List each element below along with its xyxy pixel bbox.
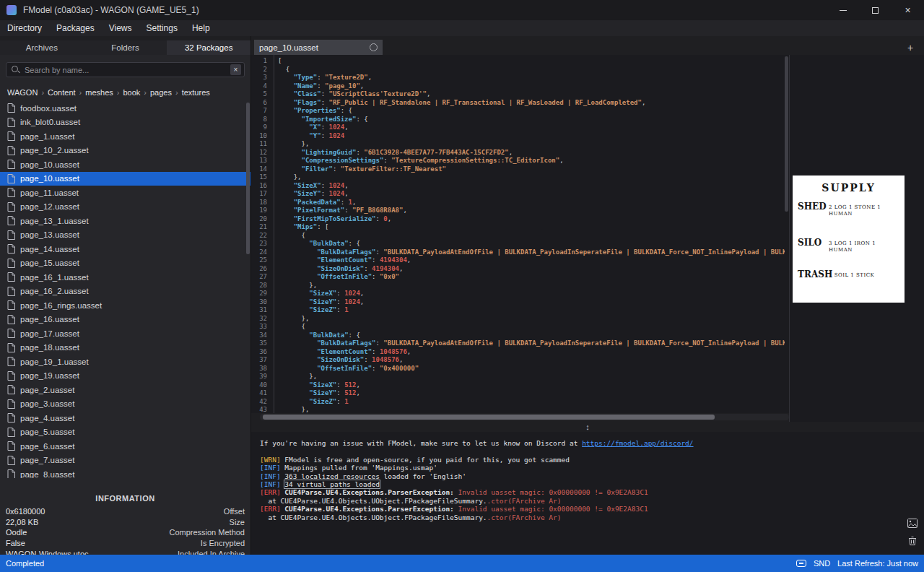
file-list-item[interactable]: page_17.uasset — [0, 326, 250, 341]
breadcrumb-separator: › — [79, 88, 82, 97]
log-text: at CUE4Parse.UE4.Objects.UObject.FPackag… — [260, 514, 487, 521]
file-list-item[interactable]: page_12.uasset — [0, 200, 250, 214]
minimize-button[interactable] — [827, 0, 859, 20]
scrollbar-thumb[interactable] — [785, 56, 788, 212]
file-icon — [7, 146, 15, 155]
file-list-item[interactable]: page_16_rings.uasset — [0, 298, 250, 313]
sidebar-tab-folders[interactable]: Folders — [84, 40, 167, 55]
file-list-item[interactable]: page_19.uasset — [0, 369, 250, 384]
file-list-item[interactable]: page_5.uasset — [0, 425, 250, 440]
file-list-item[interactable]: page_8.uasset — [0, 467, 250, 478]
file-list-item[interactable]: page_15.uasset — [0, 256, 250, 271]
file-list-item[interactable]: page_10_2.uasset — [0, 144, 250, 158]
gutter-separator — [274, 55, 274, 413]
breadcrumb-segment[interactable]: textures — [182, 88, 210, 97]
breadcrumb-segment[interactable]: Content — [48, 88, 76, 97]
breadcrumb-segment[interactable]: pages — [150, 88, 172, 97]
file-name: page_10_2.uasset — [20, 146, 89, 155]
file-name: ink_blot0.uasset — [20, 118, 80, 126]
file-name: page_10.uasset — [20, 160, 79, 169]
file-icon — [7, 244, 15, 254]
info-value: 0x6180000 — [6, 507, 45, 516]
file-list-item[interactable]: page_11.uasset — [0, 186, 250, 200]
code-vertical-scrollbar[interactable] — [785, 56, 788, 412]
sidebar-tab-archives[interactable]: Archives — [0, 40, 84, 55]
log-splitter[interactable]: ↕ — [251, 422, 924, 432]
log-line: [WRN] FModel is free and open-source, if… — [260, 456, 924, 464]
breadcrumb: WAGON›Content›meshes›book›pages›textures — [7, 87, 210, 98]
search-input[interactable] — [25, 66, 230, 74]
scrollbar-thumb[interactable] — [246, 103, 250, 254]
file-name: page_3.uasset — [20, 399, 74, 408]
file-list-item[interactable]: page_19_1.uasset — [0, 355, 250, 369]
menu-item-directory[interactable]: Directory — [0, 20, 49, 36]
file-name: page_19_1.uasset — [20, 358, 89, 366]
code-line: }, — [278, 315, 785, 324]
breadcrumb-segment[interactable]: book — [123, 88, 140, 97]
file-list-item[interactable]: page_2.uasset — [0, 383, 250, 397]
file-list-scrollbar[interactable] — [246, 101, 250, 478]
image-icon — [907, 519, 918, 528]
log-line: [ERR] CUE4Parse.UE4.Exceptions.ParserExc… — [260, 488, 924, 496]
file-list-item[interactable]: page_16.uasset — [0, 313, 250, 327]
file-list-item[interactable]: page_3.uasset — [0, 397, 250, 412]
save-image-button[interactable] — [907, 517, 918, 529]
search-box[interactable]: × — [6, 62, 245, 77]
log-link[interactable]: https://fmodel.app/discord/ — [582, 439, 693, 447]
line-number: 10 — [251, 132, 267, 141]
code-line: "SizeX": 1024, — [278, 290, 785, 298]
code-editor[interactable]: 1234567891011121314151617181920212223242… — [251, 55, 789, 413]
log-text: 34 virtual paths loaded — [284, 480, 380, 488]
file-list-item[interactable]: page_13_1.uasset — [0, 214, 250, 228]
code-line: }, — [278, 140, 785, 149]
breadcrumb-segment[interactable]: WAGON — [7, 88, 38, 97]
new-tab-button[interactable]: + — [904, 40, 917, 55]
clear-log-button[interactable] — [907, 535, 918, 547]
code-line: "SizeOnDisk": 1048576, — [278, 356, 785, 365]
file-list-item[interactable]: page_1.uasset — [0, 129, 250, 144]
file-list-item[interactable]: foodbox.uasset — [0, 101, 250, 116]
window-title: FModel (c0a03ac) - WAGON (GAME_UE5_1) — [23, 5, 199, 15]
file-list-item[interactable]: page_18.uasset — [0, 341, 250, 355]
file-list: foodbox.uassetink_blot0.uassetpage_1.uas… — [0, 101, 250, 478]
code-line: "BulkDataFlags": "BULKDATA_PayloadAtEndO… — [278, 339, 785, 348]
scrollbar-thumb[interactable] — [263, 415, 715, 420]
menu-item-packages[interactable]: Packages — [49, 20, 102, 36]
file-list-item[interactable]: page_16_1.uasset — [0, 270, 250, 285]
tab-close-icon[interactable] — [370, 43, 378, 51]
file-list-item[interactable]: page_10.uasset — [0, 172, 250, 186]
file-name: page_18.uasset — [20, 343, 79, 352]
file-list-item[interactable]: page_4.uasset — [0, 411, 250, 425]
line-number: 37 — [251, 356, 267, 365]
line-number: 3 — [251, 74, 267, 82]
snd-icon[interactable] — [796, 560, 806, 567]
line-number-gutter: 1234567891011121314151617181920212223242… — [251, 57, 270, 413]
clear-search-button[interactable]: × — [230, 64, 241, 75]
texture-preview[interactable]: SUPPLY SHED2 LOG 1 STONE 1 HUMANSILO3 LO… — [793, 176, 905, 303]
menu-item-views[interactable]: Views — [102, 20, 139, 36]
code-line: "Flags": "RF_Public | RF_Standalone | RF… — [278, 99, 785, 108]
window-controls: × — [827, 0, 924, 20]
log-text: at CUE4Parse.UE4.Objects.UObject.FPackag… — [260, 497, 487, 505]
document-tab[interactable]: page_10.uasset — [254, 40, 383, 55]
sidebar-tab-32-packages[interactable]: 32 Packages — [167, 40, 250, 55]
maximize-button[interactable] — [859, 0, 892, 20]
file-list-item[interactable]: ink_blot0.uasset — [0, 116, 250, 130]
preview-group-label: SHED — [798, 202, 827, 212]
breadcrumb-segment[interactable]: meshes — [85, 88, 113, 97]
file-list-item[interactable]: page_14.uasset — [0, 242, 250, 256]
line-number: 5 — [251, 90, 267, 99]
code-horizontal-scrollbar[interactable] — [260, 414, 789, 420]
code-line: "PackedData": 1, — [278, 199, 785, 207]
close-button[interactable]: × — [892, 0, 924, 20]
code-line: }, — [278, 406, 785, 413]
file-name: page_16.uasset — [20, 315, 79, 324]
menu-item-help[interactable]: Help — [185, 20, 217, 36]
file-list-item[interactable]: page_13.uasset — [0, 228, 250, 243]
file-list-item[interactable]: page_16_2.uasset — [0, 285, 250, 299]
menu-item-settings[interactable]: Settings — [139, 20, 185, 36]
file-list-item[interactable]: page_10.uasset — [0, 157, 250, 172]
file-list-item[interactable]: page_6.uasset — [0, 439, 250, 454]
file-list-item[interactable]: page_7.uasset — [0, 454, 250, 468]
code-line: "Properties": { — [278, 107, 785, 116]
